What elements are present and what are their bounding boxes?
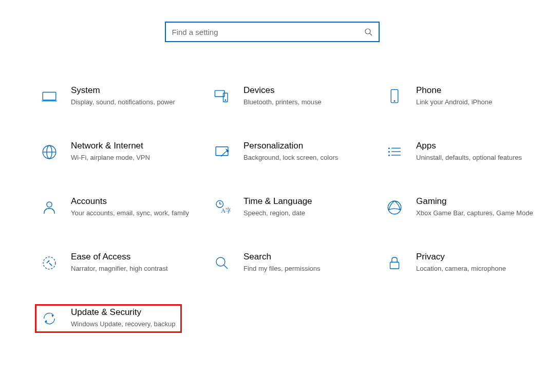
tile-title: Privacy	[416, 252, 506, 262]
settings-tile-phone[interactable]: PhoneLink your Android, iPhone	[380, 82, 544, 111]
devices-icon	[211, 85, 233, 108]
tile-title: Phone	[416, 85, 492, 96]
tile-subtitle: Wi-Fi, airplane mode, VPN	[71, 153, 150, 162]
personalization-icon	[211, 141, 233, 163]
settings-tile-search[interactable]: SearchFind my files, permissions	[208, 249, 377, 277]
search-box[interactable]	[165, 22, 380, 42]
tile-title: Gaming	[416, 196, 533, 207]
ease-icon	[38, 252, 61, 274]
settings-tile-privacy[interactable]: PrivacyLocation, camera, microphone	[380, 249, 544, 277]
search-icon	[211, 252, 233, 274]
tile-title: Update & Security	[71, 307, 176, 318]
tile-subtitle: Xbox Game Bar, captures, Game Mode	[416, 209, 533, 218]
tile-subtitle: Narrator, magnifier, high contrast	[71, 264, 168, 273]
tile-subtitle: Find my files, permissions	[243, 264, 321, 273]
search-icon	[364, 28, 372, 36]
settings-tile-accounts[interactable]: AccountsYour accounts, email, sync, work…	[35, 193, 204, 222]
tile-title: System	[71, 85, 175, 96]
tile-title: Ease of Access	[71, 252, 168, 262]
tile-subtitle: Background, lock screen, colors	[243, 153, 338, 162]
apps-icon	[383, 141, 406, 163]
settings-tile-devices[interactable]: DevicesBluetooth, printers, mouse	[208, 82, 377, 111]
tile-title: Network & Internet	[71, 141, 150, 151]
settings-grid: SystemDisplay, sound, notifications, pow…	[35, 82, 544, 333]
tile-subtitle: Speech, region, date	[243, 209, 312, 218]
settings-tile-time[interactable]: Time & LanguageSpeech, region, date	[208, 193, 377, 222]
tile-title: Devices	[243, 85, 322, 96]
settings-tile-apps[interactable]: AppsUninstall, defaults, optional featur…	[380, 138, 544, 166]
settings-tile-gaming[interactable]: GamingXbox Game Bar, captures, Game Mode	[380, 193, 544, 222]
tile-subtitle: Display, sound, notifications, power	[71, 98, 175, 107]
phone-icon	[383, 85, 406, 108]
privacy-icon	[383, 252, 406, 274]
gaming-icon	[383, 196, 406, 219]
tile-title: Apps	[416, 141, 522, 151]
tile-subtitle: Bluetooth, printers, mouse	[243, 98, 322, 107]
settings-tile-network[interactable]: Network & InternetWi-Fi, airplane mode, …	[35, 138, 204, 166]
settings-tile-personalization[interactable]: PersonalizationBackground, lock screen, …	[208, 138, 377, 166]
network-icon	[38, 141, 61, 163]
update-icon	[38, 307, 61, 330]
system-icon	[38, 85, 61, 108]
tile-title: Search	[243, 252, 321, 262]
tile-subtitle: Your accounts, email, sync, work, family	[71, 209, 189, 218]
tile-subtitle: Uninstall, defaults, optional features	[416, 153, 522, 162]
tile-subtitle: Link your Android, iPhone	[416, 98, 492, 107]
tile-title: Time & Language	[243, 196, 312, 207]
time-icon	[211, 196, 233, 219]
settings-tile-update[interactable]: Update & SecurityWindows Update, recover…	[35, 304, 182, 333]
tile-subtitle: Location, camera, microphone	[416, 264, 506, 273]
accounts-icon	[38, 196, 61, 219]
tile-title: Accounts	[71, 196, 189, 207]
settings-tile-ease[interactable]: Ease of AccessNarrator, magnifier, high …	[35, 249, 204, 277]
search-input[interactable]	[172, 28, 364, 36]
tile-subtitle: Windows Update, recovery, backup	[71, 320, 176, 329]
tile-title: Personalization	[243, 141, 338, 151]
settings-tile-system[interactable]: SystemDisplay, sound, notifications, pow…	[35, 82, 204, 111]
search-container	[0, 22, 544, 42]
